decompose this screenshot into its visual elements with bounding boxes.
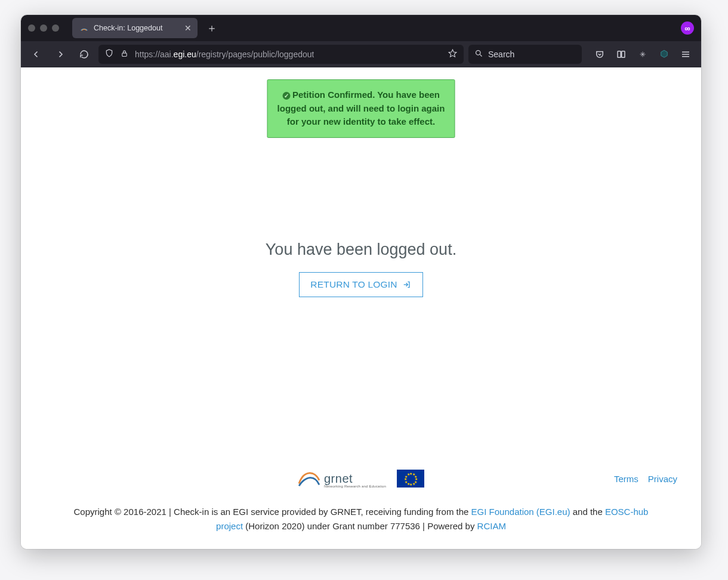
page-content: ✓Petition Confirmed. You have been logge… (21, 67, 701, 549)
footer-top: grnet Networking Research and Education … (45, 469, 677, 488)
svg-point-1 (476, 51, 481, 55)
return-to-login-button[interactable]: RETURN TO LOGIN (299, 272, 422, 297)
tab-title: Check-in: Loggedout (94, 24, 162, 32)
footer-copy-seg3: (Horizon 2020) under Grant number 777536… (243, 521, 477, 531)
nav-back-button[interactable] (27, 45, 46, 64)
footer-copy-seg2: and the (570, 507, 605, 517)
window-max-dot[interactable] (52, 24, 59, 32)
svg-rect-2 (618, 51, 621, 58)
hamburger-menu-icon[interactable] (676, 45, 695, 64)
browser-window: Check-in: Loggedout ✕ ＋ ∞ https://aai.eg… (21, 15, 701, 549)
search-bar[interactable]: Search (468, 45, 582, 64)
footer-copy-seg1: Copyright © 2016-2021 | Check-in is an E… (74, 507, 471, 517)
reader-icon[interactable] (612, 45, 631, 64)
window-close-dot[interactable] (28, 24, 35, 32)
url-prefix: https://aai. (135, 50, 174, 59)
search-icon (474, 49, 483, 60)
url-bar[interactable]: https://aai.egi.eu/registry/pages/public… (98, 45, 464, 64)
extension-badge-icon[interactable]: ∞ (681, 21, 694, 35)
toast-message: Petition Confirmed. You have been logged… (277, 90, 445, 127)
grnet-logo: grnet Networking Research and Education (298, 469, 386, 488)
url-text: https://aai.egi.eu/registry/pages/public… (135, 50, 314, 59)
lock-icon (120, 49, 129, 60)
window-controls[interactable] (28, 24, 59, 32)
url-host: egi.eu (174, 50, 196, 59)
footer-link-terms[interactable]: Terms (614, 474, 638, 484)
eu-flag-icon: ★★★★★★★★★★★★ (397, 470, 424, 488)
grnet-subtitle: Networking Research and Education (324, 485, 386, 488)
tab-close-icon[interactable]: ✕ (184, 23, 192, 33)
main-block: You have been logged out. RETURN TO LOGI… (21, 240, 701, 297)
shield-icon (104, 48, 114, 60)
cube-extension-icon[interactable] (655, 45, 674, 64)
nav-forward-button[interactable] (51, 45, 70, 64)
bookmark-star-icon[interactable] (448, 48, 458, 61)
url-path: /registry/pages/public/loggedout (196, 50, 314, 59)
titlebar: Check-in: Loggedout ✕ ＋ ∞ (21, 15, 701, 41)
footer-link-rciam[interactable]: RCIAM (477, 521, 506, 531)
tab-favicon-icon (79, 23, 89, 33)
login-arrow-icon (402, 280, 412, 289)
search-placeholder: Search (488, 50, 514, 59)
footer-links: Terms Privacy (614, 474, 677, 484)
grnet-swoosh-icon (298, 469, 320, 488)
browser-tab[interactable]: Check-in: Loggedout ✕ (72, 18, 198, 38)
pocket-icon[interactable] (590, 45, 609, 64)
window-min-dot[interactable] (40, 24, 47, 32)
toolbar: https://aai.egi.eu/registry/pages/public… (21, 41, 701, 67)
check-circle-icon: ✓ (282, 92, 290, 100)
footer-copyright: Copyright © 2016-2021 | Check-in is an E… (63, 505, 659, 533)
footer: grnet Networking Research and Education … (21, 469, 701, 549)
toolbar-right (590, 45, 695, 64)
nav-reload-button[interactable] (75, 45, 94, 64)
new-tab-button[interactable]: ＋ (203, 20, 220, 36)
logged-out-heading: You have been logged out. (266, 240, 456, 259)
grnet-name: grnet (324, 472, 353, 485)
flash-toast: ✓Petition Confirmed. You have been logge… (267, 79, 455, 138)
svg-rect-0 (122, 53, 127, 56)
return-to-login-label: RETURN TO LOGIN (310, 279, 397, 290)
footer-link-privacy[interactable]: Privacy (648, 474, 677, 484)
svg-rect-3 (622, 51, 625, 58)
sparkle-icon[interactable] (633, 45, 652, 64)
footer-logos: grnet Networking Research and Education … (298, 469, 424, 488)
footer-link-egi[interactable]: EGI Foundation (EGI.eu) (471, 507, 570, 517)
